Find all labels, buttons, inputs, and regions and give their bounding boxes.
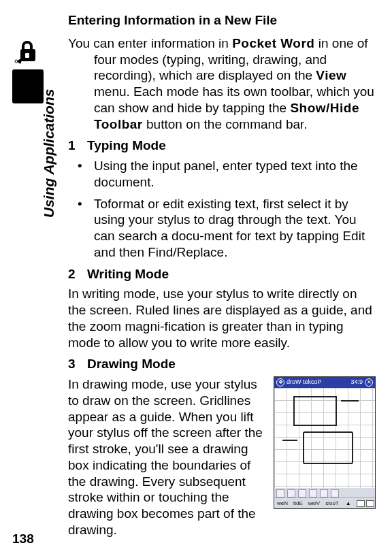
svg-rect-1 — [25, 53, 29, 58]
menu-item: Tools — [325, 500, 339, 507]
section-tab — [12, 69, 44, 103]
page-number: 138 — [12, 532, 34, 546]
keyword-pocket-word: Pocket Word — [232, 36, 314, 50]
subhead-writing-mode: 2Writing Mode — [68, 266, 376, 282]
screenshot-canvas — [274, 388, 375, 488]
menu-item: New — [277, 500, 288, 507]
tool-icon — [309, 489, 317, 497]
list-item: Using the input panel, enter typed text … — [68, 158, 376, 191]
side-section-label: Using Applications — [41, 89, 57, 218]
chevron-up-icon: ▲ — [346, 500, 351, 507]
tool-icon — [298, 489, 306, 497]
tool-icon — [320, 489, 328, 497]
subhead-number: 1 — [68, 137, 87, 154]
subhead-title: Drawing Mode — [87, 357, 176, 371]
subhead-typing-mode: 1Typing Mode — [68, 137, 376, 154]
subhead-title: Writing Mode — [87, 267, 169, 281]
subhead-number: 2 — [68, 266, 87, 282]
intro-text-1: You can enter information in — [68, 36, 232, 50]
drawing-mode-body: In drawing mode, use your stylus to draw… — [68, 376, 274, 538]
intro-paragraph: You can enter information in Pocket Word… — [68, 35, 376, 133]
drawing-arrow — [341, 400, 359, 402]
tool-icon — [331, 489, 339, 497]
section-heading: Entering Information in a New File — [68, 12, 376, 29]
svg-point-2 — [15, 60, 18, 63]
keyboard-icon — [357, 500, 374, 507]
screenshot-titlebar: ❖ Pocket Word 9:43 ✕ — [274, 377, 375, 388]
drawing-arrow — [282, 440, 297, 441]
subhead-drawing-mode: 3Drawing Mode — [68, 356, 376, 372]
pocket-word-screenshot: ❖ Pocket Word 9:43 ✕ — [274, 376, 376, 509]
screenshot-menubar: New Edit View Tools ▲ — [274, 497, 375, 508]
screenshot-app-name: Pocket Word — [287, 378, 322, 386]
screenshot-toolbar — [274, 488, 375, 498]
drawing-box — [303, 431, 353, 464]
intro-text-4: button on the command bar. — [143, 117, 308, 131]
lock-key-icon — [12, 39, 44, 69]
tool-icon — [287, 489, 295, 497]
writing-mode-body: In writing mode, use your stylus to writ… — [68, 286, 376, 350]
start-icon: ❖ — [276, 378, 284, 387]
close-icon: ✕ — [365, 378, 373, 387]
screenshot-time: 9:43 — [350, 378, 363, 386]
menu-item: Edit — [293, 500, 303, 507]
subhead-title: Typing Mode — [87, 138, 166, 152]
menu-item: View — [308, 500, 320, 507]
tool-icon — [276, 489, 284, 497]
drawing-box — [293, 396, 337, 426]
list-item: Toformat or edit existing text, first se… — [68, 196, 376, 261]
subhead-number: 3 — [68, 356, 87, 372]
keyword-view: View — [316, 68, 346, 82]
